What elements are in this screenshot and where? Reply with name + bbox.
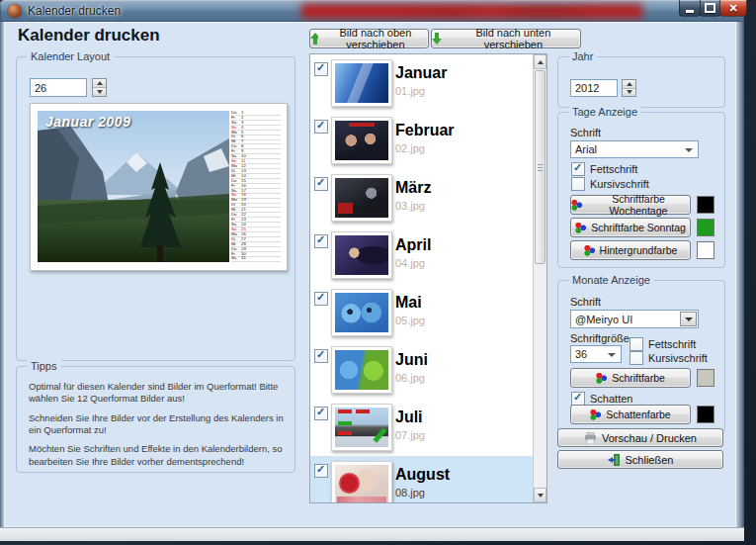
photo-list-item[interactable]: März 03.jpg <box>310 169 534 227</box>
color-button[interactable]: Schriftfarbe Wochentage <box>570 195 691 215</box>
calendar-preview: Januar 2009 Do 1 Fr 2 Sa <box>30 103 288 271</box>
scroll-down-icon <box>538 494 544 498</box>
tipps-group-label: Tipps <box>27 360 61 372</box>
photo-thumbnail <box>331 461 392 503</box>
green-down-arrow-icon <box>432 33 442 45</box>
page-title: Kalender drucken <box>18 26 160 45</box>
photo-thumbnail-image <box>335 293 388 332</box>
schriftgroesse-value: 36 <box>575 348 587 360</box>
photo-checkbox[interactable] <box>314 120 328 134</box>
jahr-spin-up[interactable] <box>623 80 635 89</box>
maximize-icon <box>705 3 715 13</box>
printer-icon <box>584 432 597 444</box>
photo-list-item[interactable]: Februar 02.jpg <box>310 112 534 169</box>
schriftgroesse-combobox[interactable]: 36 <box>570 345 622 363</box>
color-picker-icon <box>575 223 586 233</box>
layout-spinner[interactable] <box>92 78 107 97</box>
monate-schrift-label: Schrift <box>570 296 601 308</box>
schatten-checkbox[interactable] <box>571 392 585 406</box>
calendar-month-title: Januar 2009 <box>45 114 130 130</box>
schriftfarbe-button[interactable]: Schriftfarbe <box>570 368 691 388</box>
list-scrollbar[interactable] <box>533 54 546 502</box>
photo-checkbox[interactable] <box>314 234 328 248</box>
tipps-group: Tipps Optimal für diesen Kalender sind B… <box>16 366 295 473</box>
monate-fettschrift-checkbox[interactable] <box>630 337 643 351</box>
vorschau-drucken-button[interactable]: Vorschau / Drucken <box>557 428 723 447</box>
scrollbar-down-button[interactable] <box>534 488 546 502</box>
color-button-label: Schriftfarbe Wochentage <box>587 193 690 217</box>
tage-kursivschrift-checkbox[interactable] <box>571 177 585 191</box>
photo-thumbnail <box>331 289 392 336</box>
move-image-up-button[interactable]: Bild nach oben verschieben <box>309 29 429 48</box>
tage-schrift-value: Arial <box>575 143 597 155</box>
scrollbar-thumb[interactable] <box>535 70 546 264</box>
color-button-row: Hintergrundfarbe <box>570 240 714 260</box>
chevron-down-icon <box>608 353 616 357</box>
photo-checkbox[interactable] <box>314 177 328 191</box>
schattenfarbe-button[interactable]: Schattenfarbe <box>570 405 691 424</box>
layout-spin-up[interactable] <box>93 79 106 88</box>
layout-spin-down[interactable] <box>93 88 106 96</box>
close-button[interactable]: ✕ <box>719 0 747 17</box>
window-titlebar[interactable]: Kalender drucken ✕ <box>0 0 744 22</box>
monate-anzeige-group: Monate Anzeige Schrift @Meiryo UI Schrif… <box>557 280 725 432</box>
photo-filename: 05.jpg <box>395 315 425 326</box>
photo-thumbnail-image <box>335 465 388 503</box>
color-picker-icon <box>596 373 607 384</box>
photo-thumbnail-image <box>335 178 388 218</box>
combobox-dropdown-button[interactable] <box>680 312 697 326</box>
photo-checkbox[interactable] <box>314 349 328 363</box>
photo-list-item[interactable]: April 04.jpg <box>310 227 534 284</box>
photo-list-item[interactable]: Juni 06.jpg <box>310 341 534 399</box>
schriftfarbe-swatch <box>697 369 714 387</box>
photo-thumbnail <box>331 174 392 222</box>
monate-anzeige-group-label: Monate Anzeige <box>568 274 654 286</box>
calendar-day-list: Do 1 Fr 2 Sa 3 So 4 <box>231 111 281 262</box>
schliessen-label: Schließen <box>626 454 674 466</box>
scroll-up-icon <box>538 60 544 64</box>
monate-kursivschrift-checkbox[interactable] <box>630 351 643 365</box>
photo-checkbox[interactable] <box>314 292 328 306</box>
tage-anzeige-group: Tage Anzeige Schrift Arial Fettschrift K… <box>557 112 725 268</box>
photo-thumbnail <box>331 346 392 394</box>
minimize-button[interactable] <box>679 0 701 17</box>
schriftfarbe-row: Schriftfarbe <box>570 368 714 388</box>
photo-list-item[interactable]: August 08.jpg <box>310 456 534 503</box>
photo-checkbox[interactable] <box>314 407 328 420</box>
tage-fettschrift-checkbox[interactable] <box>571 162 585 176</box>
jahr-group: Jahr 2012 <box>557 56 725 108</box>
photo-month-label: April <box>395 236 431 254</box>
move-down-label: Bild nach unten verschieben <box>447 27 580 50</box>
photo-checkbox[interactable] <box>314 62 328 76</box>
color-swatch <box>697 241 714 259</box>
move-image-down-button[interactable]: Bild nach unten verschieben <box>431 29 581 48</box>
monate-schrift-combobox[interactable]: @Meiryo UI <box>570 310 699 328</box>
jahr-spin-down[interactable] <box>623 89 635 97</box>
tage-schrift-combobox[interactable]: Arial <box>570 140 699 158</box>
spin-up-icon <box>97 81 103 85</box>
color-button[interactable]: Hintergrundfarbe <box>570 240 691 260</box>
monate-fettschrift-label: Fettschrift <box>648 338 696 350</box>
spin-down-icon <box>97 90 103 94</box>
photo-list-item[interactable]: Januar 01.jpg <box>310 54 534 112</box>
scrollbar-up-button[interactable] <box>534 54 546 69</box>
window-frame-right <box>736 22 744 527</box>
monate-kursivschrift-label: Kursivschrift <box>648 352 708 364</box>
maximize-button[interactable] <box>700 0 720 17</box>
schliessen-button[interactable]: Schließen <box>557 450 723 469</box>
photo-month-label: August <box>395 466 450 484</box>
photo-month-label: März <box>395 179 431 197</box>
jahr-spinner[interactable] <box>622 79 636 97</box>
color-button[interactable]: Schriftfarbe Sonntag <box>570 218 691 237</box>
photo-month-label: Januar <box>395 64 447 82</box>
photo-checkbox[interactable] <box>314 464 328 478</box>
photo-list-item[interactable]: Juli 07.jpg <box>310 399 534 456</box>
chevron-down-icon <box>685 318 693 321</box>
layout-number-field[interactable]: 26 <box>30 78 87 97</box>
chevron-down-icon <box>685 148 693 152</box>
color-button-row: Schriftfarbe Wochentage <box>570 195 714 215</box>
jahr-field[interactable]: 2012 <box>570 79 618 97</box>
window-frame-bottom <box>0 527 744 541</box>
photo-list-item[interactable]: Mai 05.jpg <box>310 284 534 341</box>
schatten-label: Schatten <box>590 393 632 405</box>
